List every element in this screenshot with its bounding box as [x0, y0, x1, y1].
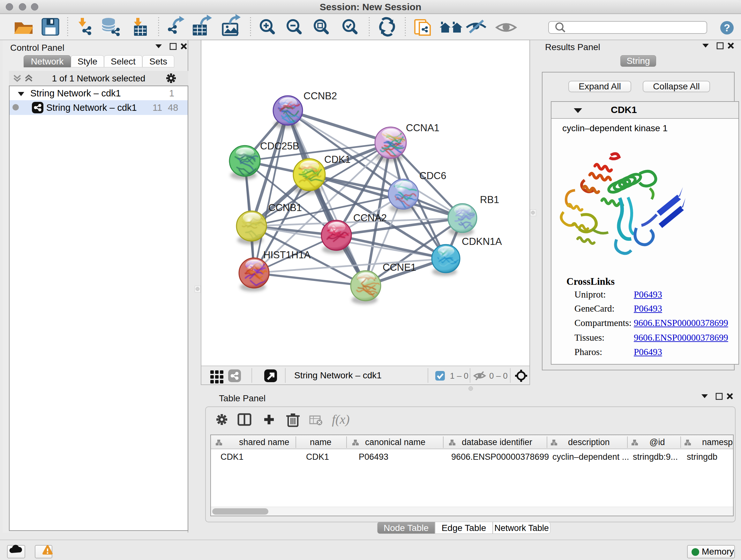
svg-text:?: ?	[724, 22, 730, 34]
svg-text:CDK1: CDK1	[324, 154, 351, 165]
svg-text:CDKN1A: CDKN1A	[462, 236, 502, 247]
svg-text:RB1: RB1	[480, 194, 499, 205]
svg-text:HIST1H1A: HIST1H1A	[263, 249, 311, 260]
svg-text:CCNE1: CCNE1	[383, 262, 416, 273]
svg-text:CCNA1: CCNA1	[406, 122, 440, 133]
svg-text:CDC6: CDC6	[419, 170, 446, 181]
svg-text:0 – 0: 0 – 0	[489, 371, 508, 381]
svg-text:CCNB1: CCNB1	[268, 202, 302, 213]
svg-text:1 – 0: 1 – 0	[450, 371, 468, 381]
svg-text:CCNA2: CCNA2	[353, 212, 387, 224]
svg-text:CCNB2: CCNB2	[304, 90, 337, 102]
svg-text:CDC25B: CDC25B	[260, 140, 299, 152]
svg-text:f(x): f(x)	[332, 412, 350, 427]
